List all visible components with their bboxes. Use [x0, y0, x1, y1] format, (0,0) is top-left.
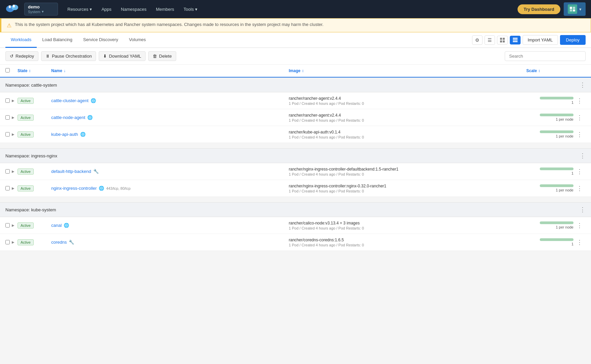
- col-state[interactable]: State ↕: [18, 68, 51, 73]
- table-row: ▶ Active coredns 🔧 rancher/coredns-cored…: [0, 234, 591, 251]
- nav-item-members[interactable]: Members: [152, 5, 178, 14]
- scale-bar: [540, 168, 573, 170]
- state-cell: Active: [18, 98, 51, 104]
- nav-item-namespaces[interactable]: Namespaces: [117, 5, 151, 14]
- tab-workloads[interactable]: Workloads: [5, 32, 37, 48]
- row-context-menu[interactable]: ⋮: [573, 168, 586, 175]
- image-meta: 1 Pod / Created 4 hours ago / Pod Restar…: [289, 118, 526, 122]
- table-row: ▶ Active nginx-ingress-controller 🌐 443/…: [0, 180, 591, 197]
- try-dashboard-button[interactable]: Try Dashboard: [518, 4, 560, 14]
- image-name: rancher/rancher-agent:v2.4.4: [289, 113, 341, 118]
- workload-name-link[interactable]: cattle-node-agent: [51, 115, 85, 120]
- row-context-menu[interactable]: ⋮: [573, 239, 586, 246]
- row-select-area: ▶: [5, 223, 18, 228]
- namespace-dots-menu[interactable]: ⋮: [580, 152, 586, 159]
- list-view-button[interactable]: ☰: [485, 35, 495, 45]
- row-context-menu[interactable]: ⋮: [573, 131, 586, 138]
- row-checkbox[interactable]: [5, 240, 10, 244]
- row-context-menu[interactable]: ⋮: [573, 222, 586, 229]
- row-checkbox[interactable]: [5, 98, 10, 103]
- image-cell: rancher/calico-node:v3.13.4 + 3 images 1…: [289, 220, 526, 230]
- select-all-checkbox[interactable]: [5, 68, 18, 73]
- scale-cell: 1 per node: [526, 130, 573, 138]
- image-meta: 1 Pod / Created 4 hours ago / Pod Restar…: [289, 226, 526, 230]
- context-selector[interactable]: demo System ▾: [24, 3, 58, 16]
- status-badge: Active: [18, 185, 34, 191]
- row-select-area: ▶: [5, 169, 18, 174]
- card-view-button[interactable]: [510, 36, 521, 44]
- expand-button[interactable]: ▶: [12, 240, 14, 244]
- workload-name-link[interactable]: default-http-backend: [51, 169, 91, 174]
- namespace-label: Namespace: ingress-nginx: [5, 153, 57, 158]
- image-meta: 1 Pod / Created 4 hours ago / Pod Restar…: [289, 101, 526, 105]
- scale-bar: [540, 221, 573, 224]
- chevron-down-icon: ▾: [42, 9, 44, 14]
- expand-button[interactable]: ▶: [12, 99, 14, 102]
- col-scale[interactable]: Scale ↕: [526, 68, 573, 73]
- sort-icon: ↕: [29, 68, 31, 73]
- workload-name-link[interactable]: canal: [51, 223, 62, 228]
- import-yaml-button[interactable]: Import YAML: [523, 35, 558, 45]
- expand-button[interactable]: ▶: [12, 132, 14, 136]
- image-cell: rancher/nginx-ingress-controller-default…: [289, 166, 526, 176]
- workload-name-link[interactable]: cattle-cluster-agent: [51, 98, 89, 103]
- workload-ports: 443/tcp, 80/tcp: [106, 186, 130, 190]
- row-checkbox[interactable]: [5, 132, 10, 136]
- svg-rect-10: [503, 38, 505, 40]
- warning-banner: ⚠ This is the system project which has a…: [0, 18, 591, 32]
- nav-item-tools[interactable]: Tools ▾: [180, 5, 201, 14]
- nav-item-resources[interactable]: Resources ▾: [63, 5, 96, 14]
- toolbar: ↺ Redeploy ⏸ Pause Orchestration ⬇ Downl…: [0, 48, 591, 65]
- tab-service-discovery[interactable]: Service Discovery: [78, 32, 124, 48]
- svg-rect-7: [570, 9, 572, 11]
- row-checkbox[interactable]: [5, 115, 10, 120]
- workload-name-cell: default-http-backend 🔧: [51, 169, 289, 174]
- row-context-menu[interactable]: ⋮: [573, 97, 586, 104]
- scale-label: 1 per node: [556, 117, 573, 121]
- expand-button[interactable]: ▶: [12, 170, 14, 173]
- svg-rect-12: [503, 40, 505, 42]
- redeploy-button[interactable]: ↺ Redeploy: [5, 51, 38, 61]
- expand-button[interactable]: ▶: [12, 186, 14, 190]
- row-context-menu[interactable]: ⋮: [573, 185, 586, 192]
- delete-button[interactable]: 🗑 Delete: [148, 51, 176, 61]
- scale-cell: 1 per node: [526, 221, 573, 229]
- deploy-button[interactable]: Deploy: [560, 35, 586, 45]
- tab-load-balancing[interactable]: Load Balancing: [37, 32, 78, 48]
- image-meta: 1 Pod / Created 4 hours ago / Pod Restar…: [289, 189, 526, 193]
- workload-name-link[interactable]: kube-api-auth: [51, 132, 78, 137]
- scale-bar: [540, 130, 573, 133]
- group-view-button[interactable]: [497, 36, 508, 44]
- search-input[interactable]: [505, 51, 586, 61]
- row-checkbox[interactable]: [5, 186, 10, 190]
- namespace-dots-menu[interactable]: ⋮: [580, 81, 586, 89]
- col-image[interactable]: Image ↕: [289, 68, 526, 73]
- scale-cell: 1: [526, 97, 573, 104]
- globe-icon: 🌐: [87, 115, 93, 120]
- namespace-dots-menu[interactable]: ⋮: [580, 206, 586, 213]
- row-context-menu[interactable]: ⋮: [573, 114, 586, 121]
- settings-icon-button[interactable]: ⚙: [472, 35, 483, 45]
- svg-rect-5: [570, 7, 572, 9]
- workload-name-cell: cattle-cluster-agent 🌐: [51, 98, 289, 103]
- trash-icon: 🗑: [153, 54, 157, 59]
- svg-rect-6: [573, 7, 575, 9]
- svg-rect-13: [513, 38, 518, 39]
- workload-name-cell: canal 🌐: [51, 223, 289, 228]
- nav-item-apps[interactable]: Apps: [97, 5, 116, 14]
- expand-button[interactable]: ▶: [12, 223, 14, 227]
- svg-rect-11: [500, 40, 502, 42]
- image-name: rancher/kube-api-auth:v0.1.4: [289, 130, 340, 134]
- image-cell: rancher/coredns-coredns:1.6.5 1 Pod / Cr…: [289, 237, 526, 247]
- workload-name-link[interactable]: nginx-ingress-controller: [51, 186, 97, 191]
- tab-volumes[interactable]: Volumes: [124, 32, 151, 48]
- row-checkbox[interactable]: [5, 223, 10, 228]
- workload-name-link[interactable]: coredns: [51, 240, 67, 245]
- row-checkbox[interactable]: [5, 169, 10, 174]
- download-yaml-button[interactable]: ⬇ Download YAML: [99, 51, 146, 61]
- expand-button[interactable]: ▶: [12, 116, 14, 119]
- col-name[interactable]: Name ↓: [51, 68, 289, 73]
- user-menu-button[interactable]: ▾: [564, 2, 586, 16]
- svg-rect-3: [9, 5, 11, 8]
- pause-orchestration-button[interactable]: ⏸ Pause Orchestration: [41, 51, 96, 61]
